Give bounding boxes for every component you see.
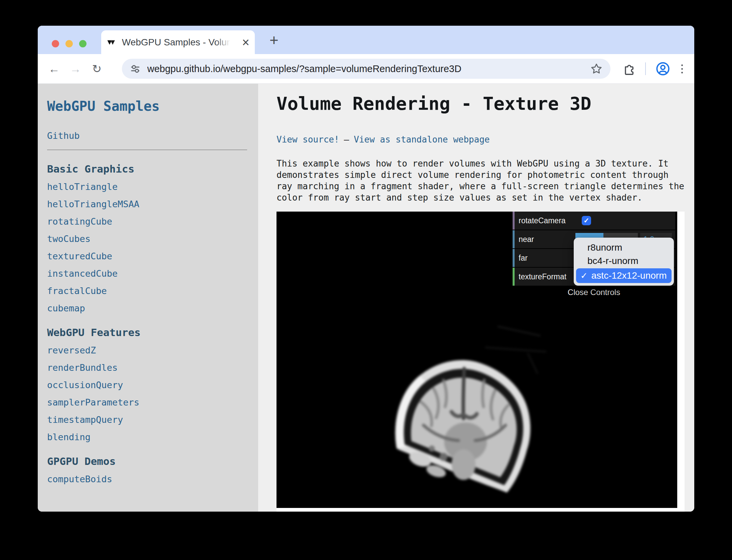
dropdown-option-bc4-r-unorm[interactable]: bc4-r-unorm	[574, 254, 674, 268]
close-window-button[interactable]	[52, 40, 59, 47]
checkbox-check-icon: ✓	[583, 217, 589, 225]
menu-dots-icon[interactable]	[680, 63, 684, 75]
sample-links: View source!–View as standalone webpage	[277, 134, 490, 145]
toolbar-separator	[645, 62, 646, 75]
github-link[interactable]: Github	[47, 130, 247, 141]
sidebar-divider	[47, 150, 247, 150]
sample-description: This example shows how to render volumes…	[277, 158, 688, 203]
sidebar-item-fractalCube[interactable]: fractalCube	[47, 286, 247, 296]
gui-label-textureFormat: textureFormat	[519, 272, 575, 281]
dropdown-option-label: astc-12x12-unorm	[591, 268, 667, 283]
sidebar-item-cubemap[interactable]: cubemap	[47, 303, 247, 314]
back-icon[interactable]: ←	[46, 61, 62, 76]
standalone-link[interactable]: View as standalone webpage	[354, 134, 490, 145]
forward-icon: →	[68, 61, 83, 76]
screenshot-stage: WebGPU Samples - Volume R × + ← → ↻ webg…	[0, 0, 732, 560]
gui-row-rotateCamera: rotateCamera ✓	[513, 212, 675, 230]
sidebar-title: WebGPU Samples	[47, 98, 247, 114]
link-separator: –	[344, 134, 349, 145]
tab-title: WebGPU Samples - Volume R	[122, 36, 233, 49]
reload-icon[interactable]: ↻	[89, 61, 105, 76]
sidebar-item-rotatingCube[interactable]: rotatingCube	[47, 216, 247, 227]
webgpu-favicon-icon	[107, 37, 117, 47]
profile-icon[interactable]	[656, 62, 670, 76]
sidebar-item-samplerParameters[interactable]: samplerParameters	[47, 397, 247, 408]
webgpu-features-links: reversedZ renderBundles occlusionQuery s…	[47, 345, 247, 443]
sidebar-item-helloTriangle[interactable]: helloTriangle	[47, 182, 247, 192]
sample-iframe: rotateCamera ✓ near 1.0	[277, 212, 685, 512]
page-content: WebGPU Samples Github Basic Graphics hel…	[38, 84, 694, 512]
section-webgpu-features: WebGPU Features	[47, 326, 247, 338]
sidebar-item-occlusionQuery[interactable]: occlusionQuery	[47, 380, 247, 390]
dropdown-option-astc-12x12-unorm[interactable]: ✓ astc-12x12-unorm	[576, 268, 672, 283]
dropdown-option-r8unorm[interactable]: r8unorm	[574, 241, 674, 254]
selected-check-icon: ✓	[580, 268, 588, 283]
new-tab-button[interactable]: +	[269, 31, 279, 49]
zoom-window-button[interactable]	[79, 40, 86, 47]
sidebar-item-renderBundles[interactable]: renderBundles	[47, 362, 247, 373]
toolbar-right	[622, 62, 684, 76]
sidebar-item-instancedCube[interactable]: instancedCube	[47, 268, 247, 279]
sidebar-item-reversedZ[interactable]: reversedZ	[47, 345, 247, 356]
webgpu-canvas[interactable]: rotateCamera ✓ near 1.0	[277, 212, 677, 508]
browser-tab[interactable]: WebGPU Samples - Volume R ×	[101, 30, 255, 54]
browser-toolbar: ← → ↻ webgpu.github.io/webgpu-samples/?s…	[38, 54, 694, 84]
sidebar: WebGPU Samples Github Basic Graphics hel…	[38, 84, 258, 512]
bookmark-star-icon[interactable]	[590, 63, 602, 75]
extensions-icon[interactable]	[622, 62, 635, 75]
tab-close-icon[interactable]: ×	[242, 36, 249, 49]
browser-window: WebGPU Samples - Volume R × + ← → ↻ webg…	[38, 26, 694, 512]
view-source-link[interactable]: View source!	[277, 134, 339, 145]
sidebar-item-computeBoids[interactable]: computeBoids	[47, 474, 247, 485]
section-basic-graphics: Basic Graphics	[47, 163, 247, 175]
tab-title-wrap: WebGPU Samples - Volume R	[122, 36, 233, 49]
gpgpu-demos-links: computeBoids	[47, 474, 247, 485]
url-text[interactable]: webgpu.github.io/webgpu-samples/?sample=…	[147, 63, 462, 74]
gui-label-near: near	[519, 235, 575, 244]
site-settings-icon[interactable]	[130, 63, 141, 74]
window-controls	[52, 40, 86, 47]
address-bar[interactable]: webgpu.github.io/webgpu-samples/?sample=…	[122, 59, 610, 79]
main-content: Volume Rendering - Texture 3D View sourc…	[258, 84, 694, 512]
texture-format-dropdown: r8unorm bc4-r-unorm ✓ astc-12x12-unorm	[574, 238, 674, 286]
rotate-camera-checkbox[interactable]: ✓	[582, 216, 591, 225]
page-title: Volume Rendering - Texture 3D	[277, 93, 591, 114]
sidebar-item-twoCubes[interactable]: twoCubes	[47, 234, 247, 244]
sidebar-item-blending[interactable]: blending	[47, 432, 247, 443]
sidebar-item-texturedCube[interactable]: texturedCube	[47, 251, 247, 262]
section-gpgpu-demos: GPGPU Demos	[47, 455, 247, 467]
close-controls-button[interactable]: Close Controls	[513, 288, 675, 297]
gui-label-far: far	[519, 254, 575, 263]
sidebar-item-helloTriangleMSAA[interactable]: helloTriangleMSAA	[47, 199, 247, 210]
basic-graphics-links: helloTriangle helloTriangleMSAA rotating…	[47, 182, 247, 314]
sidebar-item-timestampQuery[interactable]: timestampQuery	[47, 414, 247, 425]
tab-bar: WebGPU Samples - Volume R × +	[38, 26, 694, 54]
minimize-window-button[interactable]	[65, 40, 73, 47]
gui-label-rotateCamera: rotateCamera	[519, 216, 582, 225]
